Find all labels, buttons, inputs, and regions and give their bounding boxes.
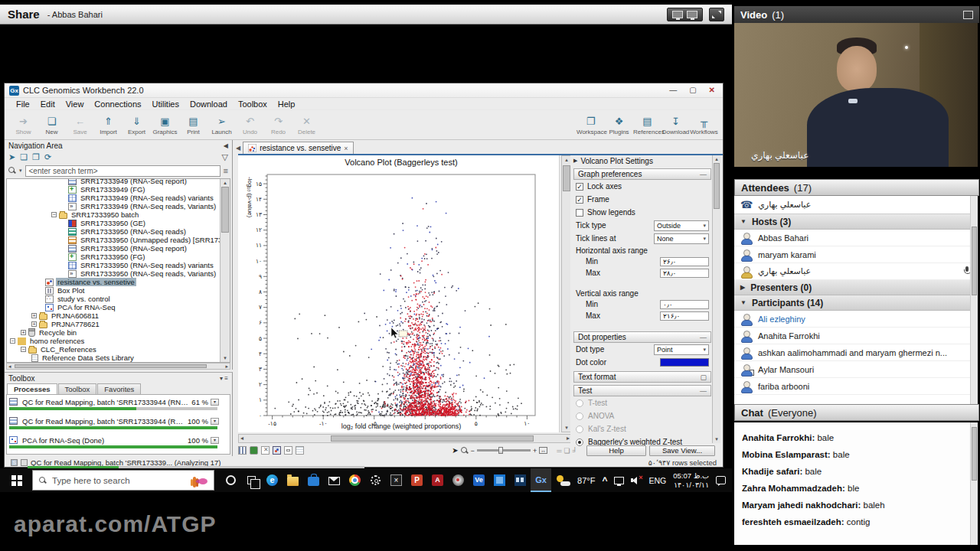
print-button[interactable]: ▤Print (179, 115, 207, 135)
webcam-video[interactable]: عباسعلي بهاري (734, 23, 978, 167)
help-button[interactable]: Help (586, 445, 646, 456)
process-row[interactable]: QC for Read Mapping, batch 'SRR17333944 … (9, 416, 219, 435)
selection-cursor-icon[interactable]: ➤ (452, 446, 458, 455)
language-indicator[interactable]: ENG (648, 476, 666, 485)
attendee-row[interactable]: Abbas Bahari (734, 230, 978, 246)
photos-taskbar-icon[interactable] (489, 468, 510, 492)
collapse-icon[interactable]: − (51, 212, 57, 217)
pane-layout-icons[interactable]: ═❏╛ (557, 447, 577, 455)
tab-favorites[interactable]: Favorites (97, 383, 141, 394)
refresh-icon[interactable]: ⟳ (44, 152, 51, 162)
save-view-button[interactable]: Save View... (649, 445, 715, 456)
radio-icon[interactable] (576, 425, 583, 433)
tree-item[interactable]: SRR17333950 (RNA-Seq reads, Variants) (8, 269, 219, 278)
start-button[interactable] (0, 468, 32, 492)
radio-icon[interactable] (576, 412, 583, 420)
process-menu-icon[interactable]: ▾ (211, 418, 219, 425)
taskbar-search[interactable]: Type here to search (32, 470, 214, 491)
tree-item[interactable]: +Recycle bin (8, 328, 219, 337)
import-button[interactable]: ⇑Import (94, 115, 122, 135)
volcano-plot[interactable]: Volcano Plot (Baggerleys test)-log₁₀ (p-… (238, 155, 560, 432)
menu-toolbox[interactable]: Toolbox (233, 99, 273, 109)
tree-item[interactable]: SRR17333949 (FG) (8, 185, 219, 194)
taskview-taskbar-icon[interactable] (241, 468, 262, 492)
tick-type-select[interactable]: Outside▾ (654, 220, 709, 231)
tree-item[interactable]: −homo references (8, 337, 219, 345)
weather-temp[interactable]: 87°F (577, 476, 595, 485)
network-icon[interactable] (614, 477, 624, 484)
maximize-button[interactable]: ▢ (689, 86, 696, 94)
monitor-icon[interactable] (687, 11, 697, 18)
tree-item[interactable]: SRR17333950 (GE) (8, 219, 219, 227)
menu-file[interactable]: File (11, 99, 35, 109)
expression-view-icon[interactable] (250, 446, 258, 455)
attendee-row[interactable]: ashkan aalimohammadi and maryam ghermezi… (734, 344, 978, 361)
tree-item[interactable]: SRR17333950 (FG) (8, 253, 219, 261)
radio-t-test[interactable]: T-test (573, 396, 711, 409)
settings-collapse-icon[interactable]: ▶ (573, 158, 577, 164)
table-view-icon[interactable] (238, 446, 247, 455)
tab-processes[interactable]: Processes (7, 383, 57, 394)
tree-item[interactable]: Reference Data Sets Library (8, 354, 219, 362)
tree-item[interactable]: study vs. control (8, 295, 219, 303)
tree-item[interactable]: SRR17333950 (RNA-Seq report) (8, 244, 219, 253)
tree-item[interactable]: SRR17333950 (RNA-Seq reads) variants (8, 261, 219, 269)
tab-close-icon[interactable]: × (344, 145, 348, 152)
folder-icon[interactable]: ❐ (32, 152, 40, 162)
volume-muted-icon[interactable]: × (631, 476, 642, 484)
collapse-icon[interactable]: − (10, 338, 15, 344)
settings-scrollbar[interactable]: ▴ ▾ (712, 155, 720, 443)
group-header-hosts[interactable]: ▼Hosts (3) (734, 214, 978, 230)
tick-lines-select[interactable]: None▾ (654, 233, 709, 244)
report-view-icon[interactable] (296, 446, 304, 455)
tree-item[interactable]: SRR17333949 (RNA-Seq reads) variants (8, 194, 219, 202)
gx-taskbar-icon[interactable]: Gx (531, 468, 551, 492)
search-dropdown-icon[interactable]: ▾ (19, 168, 22, 174)
expand-icon[interactable]: + (31, 321, 37, 327)
folder-up-icon[interactable]: ❏ (20, 152, 28, 162)
h-min-input[interactable]: ۲۶٫۰ (660, 257, 709, 266)
ve-taskbar-icon[interactable]: Ve (469, 468, 489, 492)
attendee-row[interactable]: Anahita Farrokhi (734, 328, 978, 344)
show-legends-checkbox[interactable] (576, 209, 583, 217)
export-button[interactable]: ⇓Export (122, 115, 151, 135)
video-fullscreen-icon[interactable] (963, 11, 973, 19)
phone-attendee-row[interactable]: ☎ عباسعلي بهاري (734, 196, 978, 214)
media-taskbar-icon[interactable] (448, 468, 469, 492)
fit-width-icon[interactable]: ↔ (539, 447, 547, 454)
collapse-panel-icon[interactable]: ◀ (224, 142, 228, 149)
cortana-taskbar-icon[interactable] (220, 468, 241, 492)
tree-item[interactable]: SRR17333949 (RNA-Seq report) (8, 178, 219, 185)
tab-toolbox[interactable]: Toolbox (58, 383, 97, 394)
fullscreen-icon[interactable] (709, 8, 724, 21)
clc-titlebar[interactable]: Gx CLC Genomics Workbench 22.0 — ▢ ✕ (5, 83, 723, 98)
monitor-icon[interactable] (672, 11, 683, 18)
group-test[interactable]: Test— (573, 385, 711, 396)
collapse-icon[interactable]: − (21, 347, 26, 352)
menu-utilities[interactable]: Utilities (147, 99, 185, 109)
references-button[interactable]: ▤References (633, 115, 662, 135)
v-max-input[interactable]: ۲۱۶٫۰ (660, 311, 709, 321)
menu-edit[interactable]: Edit (35, 99, 60, 109)
group-graph-preferences[interactable]: Graph preferences— (573, 168, 711, 180)
attendee-row[interactable]: Ali ezleghiny (734, 311, 978, 328)
tray-expand-icon[interactable]: ^ (602, 475, 607, 486)
graphics-button[interactable]: ▣Graphics (151, 115, 179, 135)
video-pod-header[interactable]: Video (1) (734, 6, 979, 23)
edge-taskbar-icon[interactable]: e (262, 468, 283, 492)
new-button[interactable]: ❏New (38, 115, 66, 135)
group-text-format[interactable]: Text format▢ (573, 371, 711, 383)
search-options-icon[interactable]: ≡ (224, 166, 228, 175)
zoom-in-icon[interactable]: + (533, 447, 537, 455)
mail-taskbar-icon[interactable] (324, 468, 345, 492)
minimize-button[interactable]: — (669, 86, 677, 94)
frame-checkbox[interactable]: ✓ (576, 196, 583, 204)
tab-resistance-vs-sensetive[interactable]: resistance vs. sensetive × (243, 142, 353, 154)
tree-horizontal-scrollbar[interactable]: ◂ ▸ (6, 363, 230, 370)
group-header-participants[interactable]: ▼Participants (14) (734, 295, 978, 311)
tree-item[interactable]: resistance vs. sensetive (8, 278, 219, 286)
taskbar-clock[interactable]: 05:07 ب.ظ ۱۴۰۱/۰۳/۱۱ (673, 471, 709, 489)
expand-icon[interactable]: + (21, 330, 26, 335)
chrome-taskbar-icon[interactable] (345, 468, 365, 492)
menu-connections[interactable]: Connections (89, 99, 146, 109)
